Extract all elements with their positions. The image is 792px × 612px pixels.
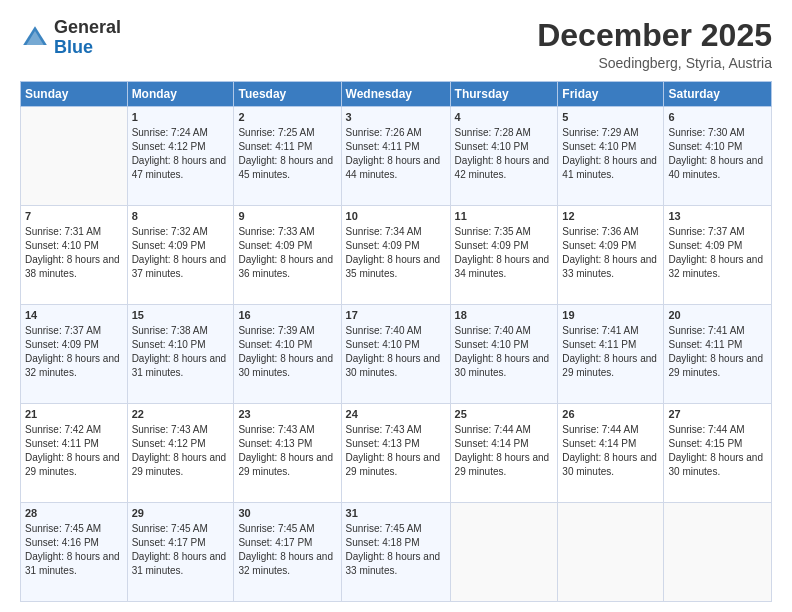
day-cell: 19Sunrise: 7:41 AMSunset: 4:11 PMDayligh… <box>558 305 664 404</box>
day-info: Sunrise: 7:43 AMSunset: 4:13 PMDaylight:… <box>346 423 446 479</box>
day-number: 12 <box>562 209 659 224</box>
day-number: 10 <box>346 209 446 224</box>
day-number: 20 <box>668 308 767 323</box>
day-info: Sunrise: 7:31 AMSunset: 4:10 PMDaylight:… <box>25 225 123 281</box>
day-cell: 13Sunrise: 7:37 AMSunset: 4:09 PMDayligh… <box>664 206 772 305</box>
day-info: Sunrise: 7:29 AMSunset: 4:10 PMDaylight:… <box>562 126 659 182</box>
day-cell: 6Sunrise: 7:30 AMSunset: 4:10 PMDaylight… <box>664 107 772 206</box>
logo-blue: Blue <box>54 37 93 57</box>
day-cell: 5Sunrise: 7:29 AMSunset: 4:10 PMDaylight… <box>558 107 664 206</box>
day-info: Sunrise: 7:28 AMSunset: 4:10 PMDaylight:… <box>455 126 554 182</box>
day-number: 30 <box>238 506 336 521</box>
day-cell: 31Sunrise: 7:45 AMSunset: 4:18 PMDayligh… <box>341 503 450 602</box>
day-cell <box>21 107 128 206</box>
day-info: Sunrise: 7:45 AMSunset: 4:17 PMDaylight:… <box>238 522 336 578</box>
day-number: 15 <box>132 308 230 323</box>
day-info: Sunrise: 7:40 AMSunset: 4:10 PMDaylight:… <box>346 324 446 380</box>
week-row-4: 21Sunrise: 7:42 AMSunset: 4:11 PMDayligh… <box>21 404 772 503</box>
day-info: Sunrise: 7:24 AMSunset: 4:12 PMDaylight:… <box>132 126 230 182</box>
weekday-header-wednesday: Wednesday <box>341 82 450 107</box>
day-info: Sunrise: 7:45 AMSunset: 4:18 PMDaylight:… <box>346 522 446 578</box>
day-number: 11 <box>455 209 554 224</box>
day-cell: 26Sunrise: 7:44 AMSunset: 4:14 PMDayligh… <box>558 404 664 503</box>
week-row-1: 1Sunrise: 7:24 AMSunset: 4:12 PMDaylight… <box>21 107 772 206</box>
day-cell: 10Sunrise: 7:34 AMSunset: 4:09 PMDayligh… <box>341 206 450 305</box>
day-cell: 20Sunrise: 7:41 AMSunset: 4:11 PMDayligh… <box>664 305 772 404</box>
day-cell: 15Sunrise: 7:38 AMSunset: 4:10 PMDayligh… <box>127 305 234 404</box>
day-number: 26 <box>562 407 659 422</box>
day-info: Sunrise: 7:38 AMSunset: 4:10 PMDaylight:… <box>132 324 230 380</box>
day-cell: 22Sunrise: 7:43 AMSunset: 4:12 PMDayligh… <box>127 404 234 503</box>
day-number: 17 <box>346 308 446 323</box>
day-number: 5 <box>562 110 659 125</box>
day-cell: 4Sunrise: 7:28 AMSunset: 4:10 PMDaylight… <box>450 107 558 206</box>
day-cell: 2Sunrise: 7:25 AMSunset: 4:11 PMDaylight… <box>234 107 341 206</box>
month-title: December 2025 <box>537 18 772 53</box>
day-cell: 21Sunrise: 7:42 AMSunset: 4:11 PMDayligh… <box>21 404 128 503</box>
day-number: 18 <box>455 308 554 323</box>
day-info: Sunrise: 7:45 AMSunset: 4:17 PMDaylight:… <box>132 522 230 578</box>
day-info: Sunrise: 7:41 AMSunset: 4:11 PMDaylight:… <box>668 324 767 380</box>
weekday-header-friday: Friday <box>558 82 664 107</box>
day-number: 21 <box>25 407 123 422</box>
day-number: 23 <box>238 407 336 422</box>
day-info: Sunrise: 7:44 AMSunset: 4:15 PMDaylight:… <box>668 423 767 479</box>
day-number: 19 <box>562 308 659 323</box>
day-info: Sunrise: 7:25 AMSunset: 4:11 PMDaylight:… <box>238 126 336 182</box>
day-number: 3 <box>346 110 446 125</box>
week-row-5: 28Sunrise: 7:45 AMSunset: 4:16 PMDayligh… <box>21 503 772 602</box>
day-cell: 30Sunrise: 7:45 AMSunset: 4:17 PMDayligh… <box>234 503 341 602</box>
day-number: 28 <box>25 506 123 521</box>
day-info: Sunrise: 7:39 AMSunset: 4:10 PMDaylight:… <box>238 324 336 380</box>
day-number: 8 <box>132 209 230 224</box>
logo-icon <box>20 23 50 53</box>
page: General Blue December 2025 Soedingberg, … <box>0 0 792 612</box>
day-info: Sunrise: 7:44 AMSunset: 4:14 PMDaylight:… <box>455 423 554 479</box>
title-block: December 2025 Soedingberg, Styria, Austr… <box>537 18 772 71</box>
location: Soedingberg, Styria, Austria <box>537 55 772 71</box>
day-info: Sunrise: 7:35 AMSunset: 4:09 PMDaylight:… <box>455 225 554 281</box>
day-number: 1 <box>132 110 230 125</box>
day-cell: 25Sunrise: 7:44 AMSunset: 4:14 PMDayligh… <box>450 404 558 503</box>
day-number: 14 <box>25 308 123 323</box>
day-number: 9 <box>238 209 336 224</box>
day-info: Sunrise: 7:30 AMSunset: 4:10 PMDaylight:… <box>668 126 767 182</box>
day-info: Sunrise: 7:36 AMSunset: 4:09 PMDaylight:… <box>562 225 659 281</box>
day-info: Sunrise: 7:34 AMSunset: 4:09 PMDaylight:… <box>346 225 446 281</box>
day-number: 27 <box>668 407 767 422</box>
day-number: 2 <box>238 110 336 125</box>
logo-general: General <box>54 17 121 37</box>
day-number: 22 <box>132 407 230 422</box>
day-cell <box>558 503 664 602</box>
day-number: 13 <box>668 209 767 224</box>
day-number: 6 <box>668 110 767 125</box>
day-cell: 28Sunrise: 7:45 AMSunset: 4:16 PMDayligh… <box>21 503 128 602</box>
day-info: Sunrise: 7:40 AMSunset: 4:10 PMDaylight:… <box>455 324 554 380</box>
day-info: Sunrise: 7:44 AMSunset: 4:14 PMDaylight:… <box>562 423 659 479</box>
day-number: 16 <box>238 308 336 323</box>
day-cell: 29Sunrise: 7:45 AMSunset: 4:17 PMDayligh… <box>127 503 234 602</box>
weekday-header-saturday: Saturday <box>664 82 772 107</box>
day-cell <box>450 503 558 602</box>
weekday-header-monday: Monday <box>127 82 234 107</box>
day-info: Sunrise: 7:32 AMSunset: 4:09 PMDaylight:… <box>132 225 230 281</box>
day-info: Sunrise: 7:43 AMSunset: 4:13 PMDaylight:… <box>238 423 336 479</box>
day-cell: 14Sunrise: 7:37 AMSunset: 4:09 PMDayligh… <box>21 305 128 404</box>
day-cell: 9Sunrise: 7:33 AMSunset: 4:09 PMDaylight… <box>234 206 341 305</box>
header: General Blue December 2025 Soedingberg, … <box>20 18 772 71</box>
week-row-3: 14Sunrise: 7:37 AMSunset: 4:09 PMDayligh… <box>21 305 772 404</box>
day-cell: 23Sunrise: 7:43 AMSunset: 4:13 PMDayligh… <box>234 404 341 503</box>
day-cell: 18Sunrise: 7:40 AMSunset: 4:10 PMDayligh… <box>450 305 558 404</box>
day-info: Sunrise: 7:33 AMSunset: 4:09 PMDaylight:… <box>238 225 336 281</box>
day-cell: 7Sunrise: 7:31 AMSunset: 4:10 PMDaylight… <box>21 206 128 305</box>
day-cell: 1Sunrise: 7:24 AMSunset: 4:12 PMDaylight… <box>127 107 234 206</box>
day-cell: 27Sunrise: 7:44 AMSunset: 4:15 PMDayligh… <box>664 404 772 503</box>
day-cell: 8Sunrise: 7:32 AMSunset: 4:09 PMDaylight… <box>127 206 234 305</box>
weekday-header-thursday: Thursday <box>450 82 558 107</box>
day-cell: 24Sunrise: 7:43 AMSunset: 4:13 PMDayligh… <box>341 404 450 503</box>
day-number: 25 <box>455 407 554 422</box>
day-cell <box>664 503 772 602</box>
day-cell: 16Sunrise: 7:39 AMSunset: 4:10 PMDayligh… <box>234 305 341 404</box>
logo-text: General Blue <box>54 18 121 58</box>
day-number: 29 <box>132 506 230 521</box>
